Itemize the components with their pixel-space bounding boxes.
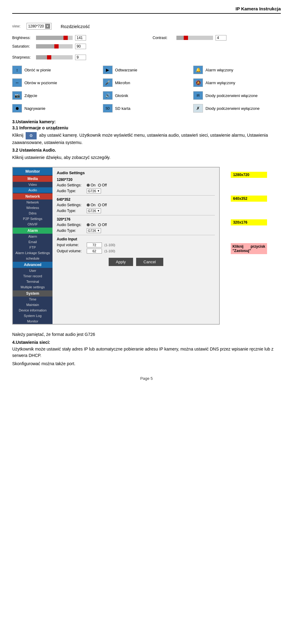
audio-radio-320: On Off [87, 223, 107, 227]
audio-panel: Audio Settings 1280*720 Audio Settings: … [52, 167, 219, 324]
sidebar-item-video[interactable]: Video [13, 182, 52, 187]
sidebar-item-onvif[interactable]: ONVIF [13, 221, 52, 227]
icon-label-rotate-horizontal: Obrów w poziomie [24, 81, 57, 85]
icon-label-ir-on: Diody podczerwieni włączone [205, 93, 258, 98]
sidebar-item-audio[interactable]: Audio [13, 187, 52, 193]
highlight-labels: 1280x720 640x352 320x176 Kliknij przycis… [231, 172, 267, 254]
input-volume-field[interactable] [87, 243, 102, 247]
radio-dot-on-640 [87, 203, 90, 207]
icon-rotate-horizontal[interactable]: ↔ Obrów w poziomie [12, 78, 100, 87]
brightness-control: Brightness: 141 [12, 35, 140, 41]
sidebar-item-device-info[interactable]: Device information [13, 308, 52, 313]
sidebar-item-wireless[interactable]: Wireless [13, 205, 52, 210]
dropdown-value: 1280*720 [28, 24, 44, 28]
sidebar-item-alarm-linkage[interactable]: Alarm Linkage Settings [13, 250, 52, 256]
resolution-dropdown[interactable]: 1280*720 ▼ [27, 23, 51, 30]
sidebar-item-terminal[interactable]: Terminal [13, 279, 52, 284]
contrast-value: 4 [215, 35, 226, 41]
radio-dot-on-1280 [87, 184, 90, 187]
input-volume-label: Input volume: [57, 243, 84, 247]
audio-type-select-320[interactable]: G726 ▼ [87, 228, 101, 233]
gear-icon[interactable]: ⚙ [26, 132, 37, 139]
radio-off-label-640: Off [102, 203, 107, 207]
contrast-slider[interactable] [176, 36, 213, 40]
icon-playback[interactable]: ▶ Odtwarzanie [103, 66, 190, 74]
section-3-1-text: Kliknij ⚙ aby ustawić kamerę. Użytkownik… [12, 132, 281, 146]
text-set-camera: aby ustawić kamerę. Użytkownik może wyśw… [12, 133, 268, 145]
radio-off-label-1280: Off [102, 183, 107, 187]
sidebar-item-maintain[interactable]: Maintain [13, 302, 52, 308]
sidebar-group-network: Network [13, 193, 52, 200]
page-title: IP Kamera Instrukcja [236, 6, 281, 11]
icon-sd-card[interactable]: SD SD karta [103, 104, 190, 113]
icon-recording[interactable]: ⏺ Nagrywanie [12, 104, 100, 113]
audio-section-320: 320*176 [57, 217, 215, 221]
radio-on-label-640: On [91, 203, 96, 207]
page-header: IP Kamera Instrukcja [12, 6, 281, 14]
audio-on-radio-640[interactable]: On [87, 203, 96, 207]
sharpness-slider[interactable] [36, 55, 73, 59]
icon-microphone[interactable]: 🎤 Mikrofon [103, 78, 190, 87]
audio-settings-label-320: Audio Settings: [57, 223, 84, 227]
audio-input-section: Audio Input [57, 237, 215, 241]
sidebar-item-p2p[interactable]: P2P Settings [13, 216, 52, 221]
sidebar-item-alarm[interactable]: Alarm [13, 234, 52, 239]
select-arrow-1280: ▼ [97, 189, 100, 192]
icon-label-playback: Odtwarzanie [115, 68, 137, 72]
icon-alarm-off[interactable]: 🔕 Alarm wyłączony [193, 78, 281, 87]
highlight-1280: 1280x720 [231, 172, 267, 178]
audio-type-select-640[interactable]: G726 ▼ [87, 208, 101, 213]
audio-type-select-1280[interactable]: G726 ▼ [87, 189, 101, 193]
sidebar-item-monitor[interactable]: Monitor [13, 318, 52, 324]
radio-off-label-320: Off [102, 223, 107, 227]
sidebar-item-network[interactable]: Network [13, 200, 52, 205]
icon-alarm-on[interactable]: 🔔 Alarm włączony [193, 66, 281, 74]
sidebar-item-email[interactable]: Email [13, 239, 52, 245]
audio-type-row-1280: Audio Type: G726 ▼ [57, 189, 215, 193]
brightness-value: 141 [75, 35, 86, 41]
section-4-heading: 4.Ustawienia sieci: [12, 340, 281, 345]
bottom-note-audio: Należy pamiętać, że format audio jest G7… [12, 332, 281, 337]
sidebar-item-syslog[interactable]: System Log [13, 313, 52, 318]
audio-type-row-640: Audio Type: G726 ▼ [57, 208, 215, 213]
radio-on-label-320: On [91, 223, 96, 227]
audio-settings-row-320: Audio Settings: On Off [57, 223, 215, 227]
audio-off-radio-320[interactable]: Off [98, 223, 107, 227]
icon-speaker[interactable]: 🔊 Głośnik [103, 91, 190, 100]
highlight-320: 320x176 [231, 219, 267, 225]
sidebar-item-timer-record[interactable]: Timer record [13, 273, 52, 279]
cancel-button[interactable]: Cancel [136, 258, 163, 266]
icon-ir-on[interactable]: IR Diody podczerwieni włączone [193, 91, 281, 100]
icon-label-microphone: Mikrofon [115, 81, 130, 85]
saturation-control: Saturation: 90 [12, 44, 140, 49]
sidebar-item-time[interactable]: Time [13, 297, 52, 302]
sidebar-item-multiple-settings[interactable]: Multiple settings [13, 284, 52, 290]
playback-icon: ▶ [103, 66, 113, 74]
dropdown-arrow-icon[interactable]: ▼ [45, 24, 50, 29]
sidebar-item-schedule[interactable]: schedule [13, 256, 52, 261]
saturation-slider[interactable] [36, 44, 73, 49]
brightness-slider[interactable] [36, 36, 73, 40]
icon-ir-off[interactable]: ✗ Diody podczerwieni wyłączone [193, 104, 281, 113]
audio-off-radio-640[interactable]: Off [98, 203, 107, 207]
audio-settings-label-1280: Audio Settings: [57, 183, 84, 187]
controls-grid: Brightness: 141 Contrast: 4 Saturation: … [12, 35, 281, 49]
text-click: Kliknij [12, 133, 24, 138]
radio-dot-on-320 [87, 223, 90, 226]
audio-on-radio-1280[interactable]: On [87, 183, 96, 187]
sidebar-item-ddns[interactable]: Ddns [13, 210, 52, 216]
sidebar-item-user[interactable]: User [13, 268, 52, 273]
saturation-label: Saturation: [12, 44, 34, 49]
icon-rotate-vertical[interactable]: ↕ Obróć w pionie [12, 66, 100, 74]
sidebar-item-ftp[interactable]: FTP [13, 245, 52, 250]
sd-card-icon: SD [103, 104, 113, 113]
output-volume-field[interactable] [87, 249, 102, 254]
contrast-label: Contrast: [153, 36, 174, 40]
sharpness-control: Sharpness: 9 [12, 55, 281, 60]
saturation-value: 90 [75, 44, 86, 49]
audio-off-radio-1280[interactable]: Off [98, 183, 107, 187]
icon-photo[interactable]: 📷 Zdjęcie [12, 91, 100, 100]
section-3-2-text: Kliknij ustawienie dźwięku, aby zobaczyć… [12, 154, 281, 161]
apply-button[interactable]: Apply [109, 258, 133, 266]
audio-on-radio-320[interactable]: On [87, 223, 96, 227]
